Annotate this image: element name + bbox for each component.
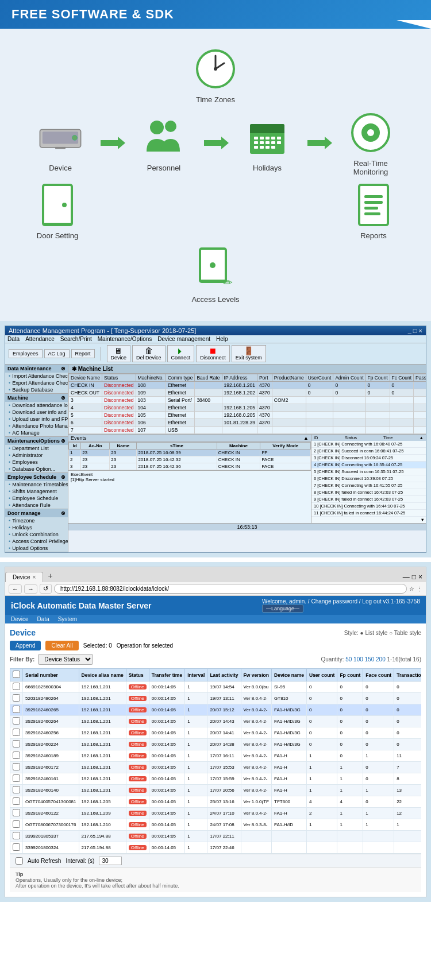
sidebar-item-access-priv[interactable]: Access Control Privilege <box>5 538 68 545</box>
sidebar-item-import[interactable]: Import Attendance Checking Data <box>5 373 68 379</box>
btn-exit[interactable]: 🚪 Exit system <box>232 345 266 362</box>
sidebar-item-timezone[interactable]: Timezone <box>5 517 68 524</box>
browser-tab-new[interactable]: + <box>43 570 57 582</box>
device-row[interactable]: 66691825600304192.168.1.201 Offline 00:0… <box>10 681 422 693</box>
browser-menu-icon[interactable]: ⋮ <box>417 586 422 592</box>
device-row[interactable]: 3929182460172192.168.1.201 Offline 00:00… <box>10 762 422 773</box>
menu-search[interactable]: Search/Print <box>60 336 92 342</box>
row-checkbox[interactable] <box>13 809 20 816</box>
btn-connect[interactable]: ⏵ Connect <box>167 345 195 362</box>
table-row[interactable]: 3 Disconnected 103 Serial Port/ 38400 CO… <box>69 397 426 404</box>
nav-reload[interactable]: ↺ <box>40 584 52 594</box>
sidebar-item-ac-manage[interactable]: AC Manage <box>5 429 68 436</box>
event-col-verify: Verify Mode <box>260 443 311 450</box>
row-checkbox[interactable] <box>13 729 20 736</box>
row-checkbox[interactable] <box>13 820 20 828</box>
interval-input[interactable] <box>99 857 122 865</box>
btn-employees[interactable]: Employees <box>9 349 43 358</box>
sidebar-item-photo-mgmt[interactable]: Attendance Photo Management <box>5 423 68 429</box>
row-checkbox[interactable] <box>13 752 20 759</box>
clear-all-btn[interactable]: Clear All <box>45 641 78 650</box>
table-row[interactable]: 5 Disconnected 105 Ethernet 192.168.0.20… <box>69 412 426 419</box>
event-row[interactable]: 323232018-07-25 16:42:36CHECK INFACE <box>69 463 311 470</box>
sidebar-item-emp-schedule[interactable]: Employee Schedule <box>5 495 68 502</box>
btn-ac-log[interactable]: AC Log <box>44 349 70 358</box>
browser-close[interactable]: × <box>418 573 422 581</box>
select-all-checkbox[interactable] <box>13 671 20 678</box>
sidebar-item-db-option[interactable]: Database Option... <box>5 466 68 472</box>
language-btn[interactable]: —Language— <box>262 605 303 613</box>
sidebar-item-upload-user[interactable]: Upload user info and FP <box>5 416 68 423</box>
row-checkbox[interactable] <box>13 774 20 782</box>
menu-attendance[interactable]: Attendance <box>25 336 55 342</box>
browser-star[interactable]: ☆ <box>409 586 414 592</box>
device-row[interactable]: OGT7040057041300081192.168.1.205 Offline… <box>10 796 422 808</box>
sidebar-item-dept-list[interactable]: Department List <box>5 445 68 452</box>
device-row[interactable]: 3929182460224192.168.1.201 Offline 00:00… <box>10 739 422 750</box>
row-checkbox[interactable] <box>13 832 20 839</box>
table-row[interactable]: 7 Disconnected 107 USB 3204 <box>69 427 426 434</box>
table-row[interactable]: CHECK IN Disconnected 108 Ethernet 192.1… <box>69 382 426 389</box>
sidebar-item-holidays-app[interactable]: Holidays <box>5 524 68 531</box>
browser-tab-close[interactable]: × <box>33 574 36 580</box>
sidebar-item-backup[interactable]: Backup Database <box>5 386 68 393</box>
row-checkbox[interactable] <box>13 706 20 713</box>
menu-device-mgmt[interactable]: Device management <box>157 336 210 342</box>
filter-select[interactable]: Device Status <box>38 654 93 665</box>
sidebar-item-administrator[interactable]: Administrator <box>5 452 68 459</box>
btn-disconnect[interactable]: ⏹ Disconnect <box>196 345 230 362</box>
table-row[interactable]: 6 Disconnected 106 Ethernet 101.81.228.3… <box>69 419 426 427</box>
device-row[interactable]: 3929182460161192.168.1.201 Offline 00:00… <box>10 773 422 785</box>
sidebar-item-export[interactable]: Export Attendance Checking Data <box>5 379 68 386</box>
row-checkbox[interactable] <box>13 797 20 805</box>
btn-del-device[interactable]: 🗑 Del Device <box>132 345 166 362</box>
row-checkbox[interactable] <box>13 843 20 851</box>
btn-device[interactable]: 🖥 Device <box>107 345 131 362</box>
browser-tab-device[interactable]: Device × <box>5 572 43 582</box>
device-row[interactable]: 3929182460140192.168.1.201 Offline 00:00… <box>10 785 422 796</box>
log-scroll-down-btn[interactable]: ▼ <box>311 517 426 523</box>
sidebar-item-unlock[interactable]: Unlock Combination <box>5 531 68 538</box>
sidebar-item-upload-options[interactable]: Upload Options <box>5 545 68 552</box>
menu-data[interactable]: Data <box>7 336 20 342</box>
log-scroll-up[interactable]: ▲ <box>420 435 424 440</box>
row-checkbox[interactable] <box>13 717 20 725</box>
sidebar-item-download-user[interactable]: Download user info and Fp <box>5 409 68 416</box>
menu-maintenance[interactable]: Maintenance/Options <box>98 336 152 342</box>
btn-report[interactable]: Report <box>71 349 95 358</box>
address-bar[interactable] <box>54 584 407 594</box>
device-row[interactable]: 3929182460256192.168.1.201 Offline 00:00… <box>10 727 422 739</box>
auto-refresh-checkbox[interactable] <box>16 857 23 865</box>
device-row[interactable]: 3399201805337217.65.194.88 Offline 00:00… <box>10 831 422 842</box>
table-row[interactable]: 4 Disconnected 104 Ethernet 192.168.1.20… <box>69 404 426 412</box>
event-row[interactable]: 223232018-07-25 16:42:32CHECK INFACE <box>69 456 311 463</box>
row-checkbox[interactable] <box>13 786 20 793</box>
device-row[interactable]: 3929182460265192.168.1.201 Offline 00:00… <box>10 704 422 716</box>
row-checkbox[interactable] <box>13 694 20 702</box>
browser-maximize[interactable]: □ <box>412 573 416 581</box>
menu-help[interactable]: Help <box>216 336 228 342</box>
browser-minimize[interactable]: — <box>403 573 410 581</box>
append-btn[interactable]: Append <box>10 641 41 650</box>
subnav-data[interactable]: Data <box>37 616 49 622</box>
sidebar-item-timetables[interactable]: Maintenance Timetables <box>5 481 68 488</box>
sidebar-item-attendance-rule[interactable]: Attendance Rule <box>5 502 68 509</box>
event-row[interactable]: 123232018-07-25 16:08:39CHECK INFP <box>69 450 311 456</box>
device-row[interactable]: 3399201800324217.65.194.88 Offline 00:00… <box>10 842 422 854</box>
device-row[interactable]: 3929182460122192.168.1.209 Offline 00:00… <box>10 808 422 819</box>
subnav-device[interactable]: Device <box>11 616 29 622</box>
sidebar-item-download-logs[interactable]: Download attendance logs <box>5 402 68 409</box>
table-row[interactable]: CHECK OUT Disconnected 109 Ethernet 192.… <box>69 389 426 397</box>
nav-forward[interactable]: → <box>24 584 37 594</box>
row-checkbox[interactable] <box>13 763 20 770</box>
device-row[interactable]: 3929182460189192.168.1.201 Offline 00:00… <box>10 750 422 762</box>
nav-back[interactable]: ← <box>9 584 22 594</box>
device-row[interactable]: 5203182480264192.168.1.201 Offline 00:00… <box>10 693 422 704</box>
sidebar-item-shifts[interactable]: Shifts Management <box>5 488 68 495</box>
subnav-system[interactable]: System <box>58 616 77 622</box>
sidebar-item-employees[interactable]: Employees <box>5 459 68 466</box>
row-checkbox[interactable] <box>13 683 20 690</box>
row-checkbox[interactable] <box>13 740 20 747</box>
device-row[interactable]: OGT7080067073000176192.168.1.210 Offline… <box>10 819 422 831</box>
device-row[interactable]: 3929182460264192.168.1.201 Offline 00:00… <box>10 716 422 727</box>
